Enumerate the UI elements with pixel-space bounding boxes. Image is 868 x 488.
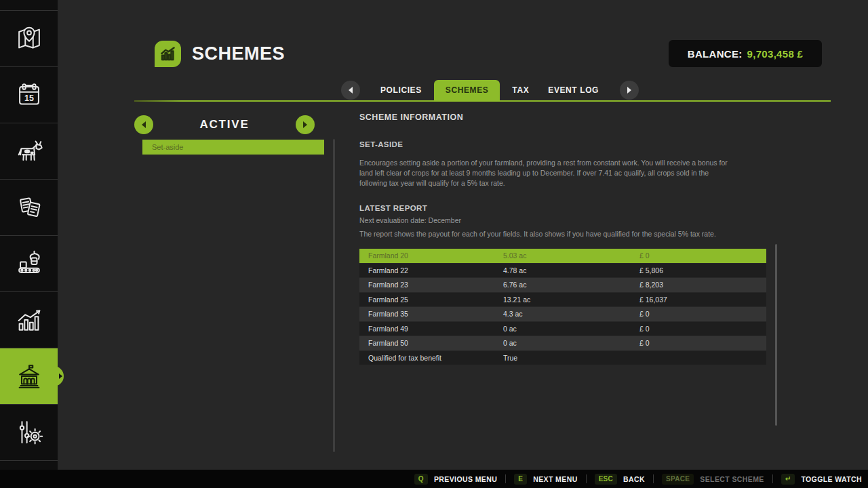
table-row: Farmland 20 5.03 ac £ 0 xyxy=(359,249,766,263)
active-list-next-button[interactable] xyxy=(296,115,315,134)
shortcut-separator xyxy=(772,474,773,483)
tab-event-log[interactable]: EVENT LOG xyxy=(548,85,599,95)
report-note: The report shows the payout for each of … xyxy=(359,230,716,238)
next-evaluation-date: Next evaluation date: December xyxy=(359,216,461,224)
key-q: Q xyxy=(414,474,428,485)
shortcut-select-scheme: SPACE SELECT SCHEME xyxy=(662,474,764,485)
key-enter-icon: ↵ xyxy=(781,474,795,485)
farmland-payout: £ 16,037 xyxy=(639,296,766,304)
farmland-name: Farmland 25 xyxy=(368,296,503,304)
tab-schemes[interactable]: SCHEMES xyxy=(434,80,500,100)
table-row: Farmland 23 6.76 ac £ 8,203 xyxy=(359,278,766,292)
bar-chart-icon xyxy=(14,304,45,336)
shortcut-back[interactable]: ESC BACK xyxy=(595,474,645,485)
calendar-icon: 15 xyxy=(14,79,45,110)
schemes-screen: 15 xyxy=(0,0,868,488)
bank-icon xyxy=(14,361,45,392)
shortcut-next-menu[interactable]: E NEXT MENU xyxy=(514,474,577,485)
tuning-gear-icon xyxy=(14,417,45,448)
farmland-payout: £ 0 xyxy=(639,251,766,260)
scheme-info-panel: SCHEME INFORMATION SET-ASIDE Encourages … xyxy=(359,108,766,393)
chevron-left-icon xyxy=(349,87,353,94)
sidebar-item-animals[interactable] xyxy=(0,123,58,179)
sidebar: 15 xyxy=(0,0,58,470)
farmland-payout: £ 5,806 xyxy=(639,266,766,274)
key-esc: ESC xyxy=(595,474,617,485)
farmland-name: Farmland 23 xyxy=(368,281,503,289)
sidebar-item-contracts[interactable] xyxy=(0,180,58,235)
panel-divider xyxy=(333,139,335,452)
table-row: Farmland 35 4.3 ac £ 0 xyxy=(359,307,766,321)
shortcut-separator xyxy=(653,474,654,483)
farmland-payout: £ 8,203 xyxy=(639,281,766,289)
farmland-payout: £ 0 xyxy=(639,339,766,347)
shortcut-separator xyxy=(505,474,506,483)
balance-label: BALANCE: xyxy=(688,48,743,60)
qualified-label: Qualified for tax benefit xyxy=(368,354,503,362)
cow-icon xyxy=(14,136,45,167)
farmland-name: Farmland 50 xyxy=(368,339,503,347)
key-space: SPACE xyxy=(662,474,694,485)
shortcut-previous-menu[interactable]: Q PREVIOUS MENU xyxy=(414,474,497,485)
sidebar-item-settings[interactable] xyxy=(0,405,58,460)
table-row: Farmland 49 0 ac £ 0 xyxy=(359,322,766,336)
farmland-area: 6.76 ac xyxy=(503,281,639,289)
farmland-name: Farmland 20 xyxy=(368,251,503,260)
key-e: E xyxy=(514,474,527,485)
schemes-bubble xyxy=(155,41,181,67)
farmland-name: Farmland 35 xyxy=(368,310,503,318)
table-row: Qualified for tax benefit True xyxy=(359,351,766,365)
page-header: SCHEMES xyxy=(155,41,285,67)
active-panel-title: ACTIVE xyxy=(134,118,315,131)
scheme-name: SET-ASIDE xyxy=(359,140,403,148)
farmland-area: 0 ac xyxy=(503,325,639,333)
sidebar-item-partial-bottom xyxy=(0,461,58,470)
schemes-chart-icon xyxy=(159,45,177,63)
sidebar-item-map[interactable] xyxy=(0,11,58,66)
shortcut-toggle-watch[interactable]: ↵ TOGGLE WATCH xyxy=(781,474,862,485)
farmland-area: 4.3 ac xyxy=(503,310,639,318)
report-table: Farmland 20 5.03 ac £ 0 Farmland 22 4.78… xyxy=(359,249,766,365)
farmland-name: Farmland 22 xyxy=(368,266,503,274)
chevron-right-icon xyxy=(627,87,631,94)
balance-value: 9,703,458 £ xyxy=(747,48,804,60)
tab-underline xyxy=(134,100,831,102)
farmland-area: 5.03 ac xyxy=(503,251,639,260)
farmland-name: Farmland 49 xyxy=(368,325,503,333)
documents-icon xyxy=(14,192,45,223)
scheme-list-item-set-aside[interactable]: Set-aside xyxy=(142,140,324,155)
table-row: Farmland 50 0 ac £ 0 xyxy=(359,336,766,350)
sidebar-item-calendar[interactable]: 15 xyxy=(0,67,58,123)
menu-tabs: POLICIES SCHEMES TAX EVENT LOG xyxy=(341,80,639,100)
farmland-area: 0 ac xyxy=(503,339,639,347)
sidebar-item-statistics[interactable] xyxy=(0,292,58,348)
table-row: Farmland 22 4.78 ac £ 5,806 xyxy=(359,264,766,278)
shortcut-bar: Q PREVIOUS MENU E NEXT MENU ESC BACK SPA… xyxy=(0,470,868,488)
svg-text:15: 15 xyxy=(24,94,34,103)
active-tab-arrow-icon xyxy=(59,373,62,379)
sidebar-item-production[interactable] xyxy=(0,236,58,291)
farmland-area: 13.21 ac xyxy=(503,296,639,304)
shortcut-separator xyxy=(586,474,587,483)
map-icon xyxy=(14,23,45,54)
farmland-payout: £ 0 xyxy=(639,310,766,318)
tabs-next-button[interactable] xyxy=(620,81,639,100)
chevron-right-icon xyxy=(303,121,307,128)
farmland-payout: £ 0 xyxy=(639,325,766,333)
scheme-description: Encourages setting aside a portion of yo… xyxy=(359,158,731,189)
balance-display: BALANCE: 9,703,458 £ xyxy=(669,40,822,67)
production-line-icon xyxy=(14,248,45,279)
scrollbar-thumb[interactable] xyxy=(775,244,777,426)
tab-tax[interactable]: TAX xyxy=(512,85,529,95)
farmland-area: 4.78 ac xyxy=(503,266,639,274)
latest-report-title: LATEST REPORT xyxy=(359,204,427,212)
scheme-info-title: SCHEME INFORMATION xyxy=(359,113,463,122)
sidebar-item-partial-top xyxy=(0,0,58,10)
sidebar-item-finances[interactable] xyxy=(0,348,58,404)
tab-policies[interactable]: POLICIES xyxy=(380,85,422,95)
tabs-previous-button[interactable] xyxy=(341,81,360,100)
table-row: Farmland 25 13.21 ac £ 16,037 xyxy=(359,293,766,307)
page-title: SCHEMES xyxy=(192,43,285,64)
qualified-value: True xyxy=(503,354,639,362)
